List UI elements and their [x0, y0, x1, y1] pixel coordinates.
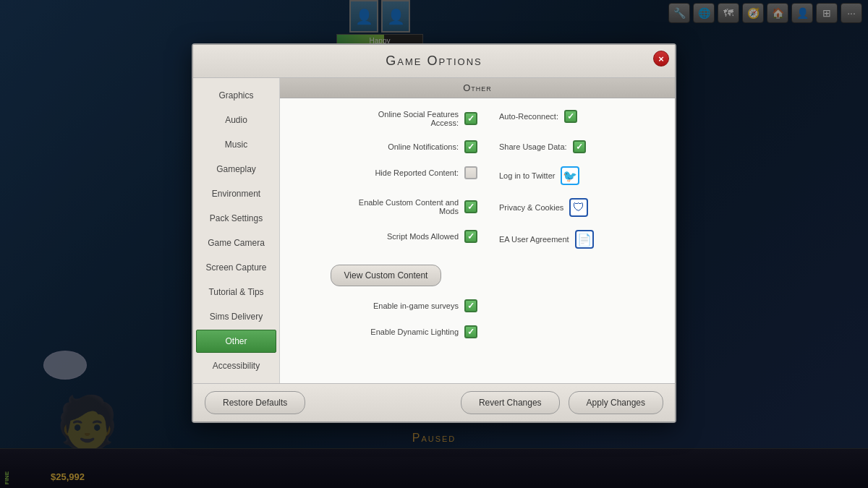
- sidebar-item-tutorial-tips[interactable]: Tutorial & Tips: [196, 281, 276, 304]
- game-options-dialog: Game Options × Graphics Audio Music Game…: [192, 43, 676, 423]
- privacy-cookies-row: Privacy & Cookies 🛡: [477, 198, 660, 217]
- sidebar-item-accessibility[interactable]: Accessibility: [196, 354, 276, 377]
- ea-user-label: EA User Agreement: [499, 235, 569, 244]
- section-header: Other: [280, 78, 675, 98]
- enable-custom-row: Enable Custom Content and Mods: [294, 198, 477, 215]
- enable-dynamic-checkbox[interactable]: [464, 325, 477, 338]
- enable-surveys-row: Enable in-game surveys: [294, 299, 477, 312]
- sidebar-navigation: Graphics Audio Music Gameplay Environmen…: [193, 78, 280, 383]
- sidebar-item-music[interactable]: Music: [196, 133, 276, 156]
- sidebar-item-screen-capture[interactable]: Screen Capture: [196, 256, 276, 279]
- dialog-title: Game Options: [386, 53, 482, 68]
- ea-user-row: EA User Agreement 📄: [477, 230, 660, 249]
- sidebar-item-environment[interactable]: Environment: [196, 182, 276, 205]
- privacy-cookies-button[interactable]: 🛡: [569, 198, 588, 217]
- enable-custom-label: Enable Custom Content and Mods: [357, 198, 459, 215]
- script-mods-row: Script Mods Allowed: [294, 230, 477, 243]
- settings-grid: Online Social Features Access: Auto-Reco…: [280, 98, 675, 350]
- dialog-title-bar: Game Options ×: [193, 45, 675, 78]
- apply-changes-button[interactable]: Apply Changes: [569, 391, 663, 414]
- online-notifications-checkbox[interactable]: [464, 140, 477, 153]
- content-area: Other Online Social Features Access: Aut…: [280, 78, 675, 383]
- share-usage-label: Share Usage Data:: [499, 142, 567, 151]
- online-notifications-row: Online Notifications:: [294, 140, 477, 153]
- enable-surveys-checkbox[interactable]: [464, 299, 477, 312]
- sidebar-item-graphics[interactable]: Graphics: [196, 84, 276, 107]
- restore-defaults-button[interactable]: Restore Defaults: [205, 391, 305, 414]
- auto-reconnect-row: Auto-Reconnect:: [477, 110, 660, 123]
- script-mods-label: Script Mods Allowed: [387, 232, 459, 241]
- dialog-body: Graphics Audio Music Gameplay Environmen…: [193, 78, 675, 383]
- online-social-row: Online Social Features Access:: [294, 110, 477, 127]
- enable-custom-checkbox[interactable]: [464, 200, 477, 213]
- revert-changes-button[interactable]: Revert Changes: [461, 391, 560, 414]
- enable-surveys-label: Enable in-game surveys: [373, 301, 459, 310]
- online-social-checkbox[interactable]: [464, 112, 477, 125]
- close-button[interactable]: ×: [653, 51, 669, 67]
- script-mods-checkbox[interactable]: [464, 230, 477, 243]
- sidebar-item-audio[interactable]: Audio: [196, 108, 276, 132]
- login-twitter-label: Log in to Twitter: [499, 171, 555, 180]
- twitter-button[interactable]: 🐦: [561, 166, 579, 185]
- enable-dynamic-label: Enable Dynamic Lighting: [370, 328, 459, 336]
- share-usage-checkbox[interactable]: [573, 140, 586, 153]
- online-notifications-label: Online Notifications:: [388, 142, 459, 151]
- sidebar-item-pack-settings[interactable]: Pack Settings: [196, 207, 276, 230]
- sidebar-item-gameplay[interactable]: Gameplay: [196, 158, 276, 181]
- view-custom-content-button[interactable]: View Custom Content: [331, 265, 442, 286]
- modal-overlay: Game Options × Graphics Audio Music Game…: [0, 0, 868, 488]
- view-custom-content-container: View Custom Content: [294, 265, 477, 286]
- dialog-footer: Restore Defaults Revert Changes Apply Ch…: [193, 383, 675, 421]
- login-twitter-row: Log in to Twitter 🐦: [477, 166, 660, 185]
- online-social-label: Online Social Features Access:: [357, 110, 459, 127]
- sidebar-item-game-camera[interactable]: Game Camera: [196, 231, 276, 254]
- sidebar-item-other[interactable]: Other: [196, 330, 276, 353]
- hide-reported-checkbox[interactable]: [464, 166, 477, 179]
- privacy-cookies-label: Privacy & Cookies: [499, 203, 563, 212]
- auto-reconnect-label: Auto-Reconnect:: [499, 112, 558, 121]
- enable-dynamic-row: Enable Dynamic Lighting: [294, 325, 477, 338]
- ea-user-button[interactable]: 📄: [575, 230, 594, 249]
- hide-reported-label: Hide Reported Content:: [375, 168, 459, 177]
- auto-reconnect-checkbox[interactable]: [564, 110, 577, 123]
- share-usage-row: Share Usage Data:: [477, 140, 660, 153]
- hide-reported-row: Hide Reported Content:: [294, 166, 477, 179]
- sidebar-item-sims-delivery[interactable]: Sims Delivery: [196, 305, 276, 328]
